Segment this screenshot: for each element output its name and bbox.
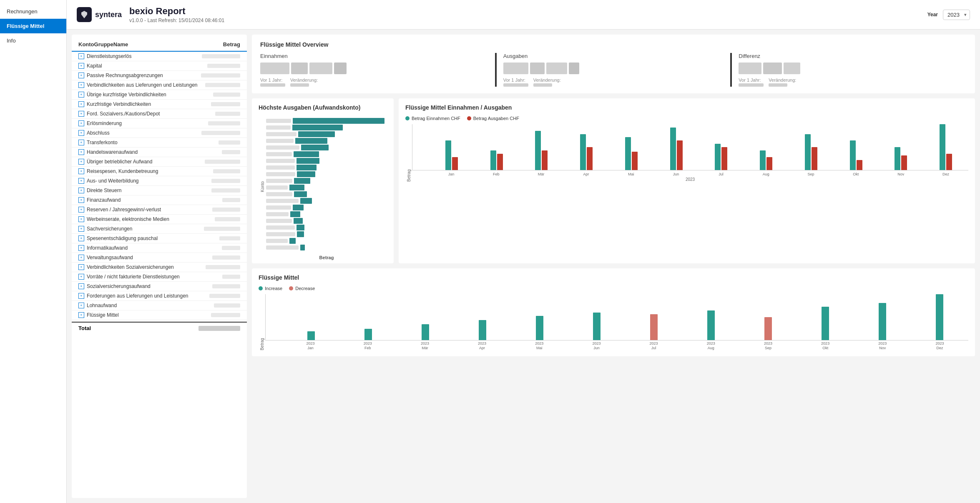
table-row[interactable]: + Dienstleistungserlös [72,52,247,61]
table-row[interactable]: + Abschluss [72,128,247,138]
row-expand-icon[interactable]: + [78,226,84,232]
ha-bar-row [266,131,387,138]
row-expand-icon[interactable]: + [78,255,84,260]
col-name-header: KontoGruppeName [78,41,199,48]
row-value [204,227,240,231]
table-row[interactable]: + Werbeinserate, elektronische Medien [72,215,247,224]
row-expand-icon[interactable]: + [78,168,84,174]
fm-chart-card: Flüssige Mittel Increase Decrease Betrag [252,268,975,356]
ha-bar [289,238,296,244]
table-row[interactable]: + Informatikaufwand [72,243,247,253]
table-row[interactable]: + Transferkonto [72,138,247,148]
row-expand-icon[interactable]: + [78,283,84,289]
table-row[interactable]: + Übriger betrieblicher Aufwand [72,157,247,167]
row-expand-icon[interactable]: + [78,312,84,318]
row-expand-icon[interactable]: + [78,293,84,299]
ha-bar-label [266,145,299,150]
ea-x-label-item: Jan [429,172,474,176]
ea-bar-einnahmen [580,134,586,170]
row-expand-icon[interactable]: + [78,197,84,203]
row-expand-icon[interactable]: + [78,188,84,193]
table-row[interactable]: + Verwaltungsaufwand [72,253,247,263]
ha-bar [297,165,317,170]
row-expand-icon[interactable]: + [78,178,84,184]
row-name: Kapital [87,63,207,69]
ea-bar-ausgaben [946,154,952,170]
ea-bar-einnahmen [895,147,900,170]
row-expand-icon[interactable]: + [78,111,84,117]
row-expand-icon[interactable]: + [78,53,84,59]
table-row[interactable]: + Ford. Sozialvers./Kautions/Depot [72,109,247,119]
year-select[interactable]: 2023 2022 2021 [943,10,970,20]
table-row[interactable]: + Verbindlichkeiten aus Lieferungen und … [72,80,247,90]
row-expand-icon[interactable]: + [78,63,84,69]
row-expand-icon[interactable]: + [78,149,84,155]
sidebar-item-info[interactable]: Info [0,33,66,48]
ea-bar-einnahmen [850,140,856,170]
table-row[interactable]: + Spesenentschädigung pauschal [72,234,247,243]
ea-bar-einnahmen [670,128,676,170]
table-row[interactable]: + Finanzaufwand [72,195,247,205]
row-name: Flüssige Mittel [87,312,211,318]
row-expand-icon[interactable]: + [78,101,84,107]
table-row[interactable]: + Reisespesen, Kundenbetreuung [72,167,247,176]
table-row[interactable]: + Kurzfristige Verbindlichkeiten [72,100,247,109]
row-value [222,150,240,154]
overview-card: Flüssige Mittel Overview Einnahmen [252,35,975,93]
row-expand-icon[interactable]: + [78,92,84,98]
fm-x-label-item: 2023Aug [682,341,739,350]
ausgaben-meta: Vor 1 Jahr: Veränderung: [503,78,724,87]
row-expand-icon[interactable]: + [78,235,84,241]
table-row[interactable]: + Forderungen aus Lieferungen und Leistu… [72,291,247,301]
row-expand-icon[interactable]: + [78,73,84,78]
row-expand-icon[interactable]: + [78,245,84,251]
table-row[interactable]: + Sozialversicherungsaufwand [72,282,247,291]
row-expand-icon[interactable]: + [78,159,84,165]
row-expand-icon[interactable]: + [78,264,84,270]
ea-month-group [429,140,474,170]
ha-bar-row [266,231,387,238]
row-name: Handelswarenaufwand [87,149,222,155]
table-row[interactable]: + Aus- und Weiterbildung [72,176,247,186]
header-right: Year 2023 2022 2021 [927,10,970,20]
table-row[interactable]: + Vorräte / nicht fakturierte Dienstleis… [72,272,247,282]
table-row[interactable]: + Lohnaufwand [72,301,247,310]
row-expand-icon[interactable]: + [78,207,84,213]
table-row[interactable]: + Handelswarenaufwand [72,148,247,157]
fm-x-label-item: 2023Apr [454,341,511,350]
row-value [211,313,240,317]
table-row[interactable]: + Flüssige Mittel [72,310,247,320]
row-expand-icon[interactable]: + [78,303,84,308]
table-row[interactable]: + Erlösminderung [72,119,247,128]
table-row[interactable]: + Kapital [72,61,247,71]
table-row[interactable]: + Sachversicherungen [72,224,247,234]
table-row[interactable]: + Verbindlichkeiten Sozialversicherungen [72,263,247,272]
ha-bar [297,225,305,230]
row-expand-icon[interactable]: + [78,120,84,126]
legend-einnahmen-dot [405,116,410,120]
ha-bar-label [266,225,295,230]
row-value [222,198,240,202]
row-value [213,169,240,173]
row-expand-icon[interactable]: + [78,216,84,222]
sidebar-item-rechnungen[interactable]: Rechnungen [0,4,66,19]
row-expand-icon[interactable]: + [78,82,84,88]
row-value [215,217,240,221]
fm-x-label-item: 2023Sep [739,341,797,350]
row-expand-icon[interactable]: + [78,274,84,280]
row-name: Reserven / Jahresgewinn/-verlust [87,207,212,213]
table-row[interactable]: + Übrige kurzfristige Verbindlichkeiten [72,90,247,100]
row-expand-icon[interactable]: + [78,130,84,136]
table-row[interactable]: + Passive Rechnungsabgrenzungen [72,71,247,80]
ha-bar-label [266,119,291,123]
fm-month-col [568,313,625,340]
sidebar-item-fluessige-mittel[interactable]: Flüssige Mittel [0,19,66,33]
row-value [211,188,240,193]
einnahmen-title: Einnahmen [260,53,488,59]
table-row[interactable]: + Direkte Steuern [72,186,247,195]
table-row[interactable]: + Reserven / Jahresgewinn/-verlust [72,205,247,215]
fm-x-label-item: 2023Jul [625,341,682,350]
ea-month-group [789,134,834,170]
ha-bar-row [266,224,387,231]
row-expand-icon[interactable]: + [78,140,84,145]
